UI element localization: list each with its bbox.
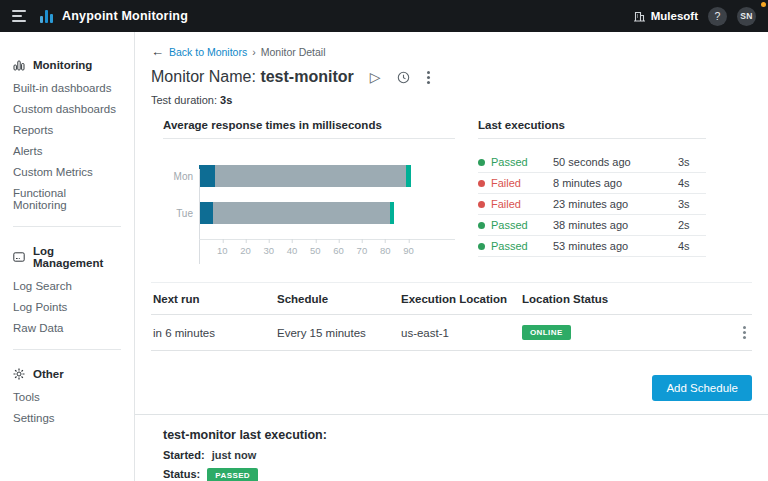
breadcrumb-back-link[interactable]: Back to Monitors <box>169 46 247 58</box>
execution-time: 23 minutes ago <box>553 198 678 210</box>
execution-duration: 4s <box>678 177 706 189</box>
sidebar-item-settings[interactable]: Settings <box>0 407 134 428</box>
execution-duration: 3s <box>678 198 706 210</box>
column-header-next-run: Next run <box>153 293 277 305</box>
status-dot-icon <box>478 243 485 250</box>
execution-status: Passed <box>491 240 553 252</box>
chart-bar <box>199 165 455 187</box>
building-icon <box>634 11 645 22</box>
schedule-table-row: in 6 minutes Every 15 minutes us-east-1 … <box>151 315 752 351</box>
app-title: Anypoint Monitoring <box>62 9 188 23</box>
execution-time: 50 seconds ago <box>553 156 678 168</box>
execution-time: 53 minutes ago <box>553 240 678 252</box>
response-times-panel: Average response times in milliseconds M… <box>163 119 455 261</box>
x-tick-label: 10 <box>217 245 228 256</box>
run-monitor-icon[interactable]: ▷ <box>370 70 381 84</box>
org-name: Mulesoft <box>651 10 698 22</box>
response-times-chart: MonTue 102030405060708090 <box>163 165 455 261</box>
sidebar: Monitoring Built-in dashboards Custom da… <box>0 32 135 481</box>
add-schedule-button[interactable]: Add Schedule <box>652 375 752 401</box>
execution-time: 8 minutes ago <box>553 177 678 189</box>
online-status-badge: ONLINE <box>522 325 571 340</box>
status-line: Status: PASSED <box>163 468 752 481</box>
row-kebab-menu-icon[interactable] <box>743 326 746 329</box>
chart-bar-avg-segment <box>213 202 390 224</box>
x-tick-label: 80 <box>380 245 391 256</box>
last-executions-panel: Last executions Passed 50 seconds ago 3s… <box>478 119 706 261</box>
execution-location-cell: us-east-1 <box>401 327 522 339</box>
sidebar-divider <box>13 226 121 227</box>
sidebar-section-other: Other <box>0 361 134 386</box>
status-dot-icon <box>478 159 485 166</box>
execution-status: Failed <box>491 198 553 210</box>
execution-duration: 4s <box>678 240 706 252</box>
chart-bar-min-segment <box>199 202 213 224</box>
column-header-execution-location: Execution Location <box>401 293 522 305</box>
execution-status: Failed <box>491 177 553 189</box>
sidebar-item-built-in-dashboards[interactable]: Built-in dashboards <box>0 77 134 98</box>
sidebar-item-log-points[interactable]: Log Points <box>0 296 134 317</box>
sidebar-section-log-management: Log Management <box>0 238 134 275</box>
main-content: ← Back to Monitors › Monitor Detail Moni… <box>135 32 768 481</box>
chart-bars: MonTue <box>163 165 455 224</box>
x-tick-label: 90 <box>403 245 414 256</box>
last-execution-panel: test-monitor last execution: Started: ju… <box>135 414 768 481</box>
schedule-table: Next run Schedule Execution Location Loc… <box>151 282 752 351</box>
sidebar-item-custom-dashboards[interactable]: Custom dashboards <box>0 98 134 119</box>
back-arrow-icon[interactable]: ← <box>151 44 164 59</box>
bar-chart-icon <box>13 59 25 71</box>
menu-icon[interactable] <box>12 10 26 22</box>
test-duration: Test duration: 3s <box>151 94 752 106</box>
status-dot-icon <box>478 201 485 208</box>
started-value: just now <box>212 449 257 461</box>
avatar[interactable]: SN <box>737 7 756 26</box>
status-dot-icon <box>478 222 485 229</box>
execution-row: Passed 38 minutes ago 2s <box>478 215 706 236</box>
page-title: Monitor Name: test-monitor <box>151 68 354 86</box>
status-dot-icon <box>478 180 485 187</box>
column-header-location-status: Location Status <box>522 293 722 305</box>
execution-status: Passed <box>491 219 553 231</box>
execution-duration: 2s <box>678 219 706 231</box>
gear-icon <box>13 368 25 380</box>
chart-bar-max-segment <box>406 165 411 187</box>
column-header-schedule: Schedule <box>277 293 401 305</box>
chart-bar-avg-segment <box>215 165 406 187</box>
execution-row: Passed 53 minutes ago 4s <box>478 236 706 257</box>
chart-row: Mon <box>163 165 455 187</box>
execution-status: Passed <box>491 156 553 168</box>
sidebar-item-log-search[interactable]: Log Search <box>0 275 134 296</box>
top-bar: Anypoint Monitoring Mulesoft ? SN <box>0 0 768 32</box>
schedule-table-header: Next run Schedule Execution Location Loc… <box>151 283 752 315</box>
monitor-kebab-menu-icon[interactable] <box>427 71 430 74</box>
execution-duration: 3s <box>678 156 706 168</box>
history-clock-icon[interactable] <box>397 71 410 84</box>
sidebar-section-monitoring: Monitoring <box>0 52 134 77</box>
execution-time: 38 minutes ago <box>553 219 678 231</box>
x-tick-label: 60 <box>333 245 344 256</box>
monitor-name: test-monitor <box>260 68 353 85</box>
sidebar-item-tools[interactable]: Tools <box>0 386 134 407</box>
notification-dot <box>761 2 766 7</box>
sidebar-item-custom-metrics[interactable]: Custom Metrics <box>0 161 134 182</box>
next-run-cell: in 6 minutes <box>153 327 277 339</box>
x-tick-label: 70 <box>357 245 368 256</box>
sidebar-item-functional-monitoring[interactable]: Functional Monitoring <box>0 182 134 215</box>
x-tick-label: 30 <box>264 245 275 256</box>
started-line: Started: just now <box>163 449 752 461</box>
chart-bar-min-segment <box>199 165 215 187</box>
sidebar-item-raw-data[interactable]: Raw Data <box>0 317 134 338</box>
breadcrumb: ← Back to Monitors › Monitor Detail <box>151 44 752 59</box>
last-executions-title: Last executions <box>478 119 706 139</box>
schedule-cell: Every 15 minutes <box>277 327 401 339</box>
org-switcher[interactable]: Mulesoft <box>634 10 698 22</box>
help-button[interactable]: ? <box>708 7 727 26</box>
chart-category-label: Mon <box>163 171 193 182</box>
chart-row: Tue <box>163 202 455 224</box>
x-tick-label: 20 <box>240 245 251 256</box>
console-icon <box>13 251 25 263</box>
execution-row: Failed 8 minutes ago 4s <box>478 173 706 194</box>
breadcrumb-current: Monitor Detail <box>261 46 326 58</box>
sidebar-item-alerts[interactable]: Alerts <box>0 140 134 161</box>
sidebar-item-reports[interactable]: Reports <box>0 119 134 140</box>
